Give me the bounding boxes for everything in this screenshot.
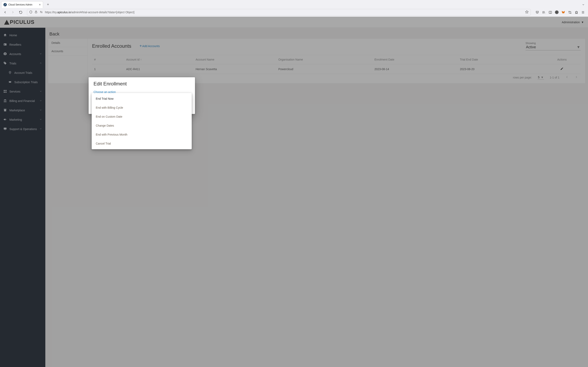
dropdown-option-end-previous-month[interactable]: End with Previous Month <box>92 130 192 139</box>
dropdown-option-change-dates[interactable]: Change Dates <box>92 121 192 130</box>
tab-title: Cloud Services Admin <box>8 3 37 6</box>
reload-button[interactable] <box>17 9 24 15</box>
url-prefix: https://try. <box>45 11 57 14</box>
action-dropdown: End Trial Now End with Billing Cycle End… <box>92 93 192 149</box>
tab-overflow-icon[interactable] <box>582 3 585 7</box>
svg-marker-5 <box>525 10 528 13</box>
extensions-puzzle-icon[interactable] <box>575 10 578 14</box>
browser-chrome: Cloud Services Admin ✕ + <box>0 0 588 17</box>
dropdown-option-end-billing-cycle[interactable]: End with Billing Cycle <box>92 103 192 112</box>
viewport: PICULUS Administration ▼ Home Resellers <box>0 17 588 367</box>
close-tab-icon[interactable]: ✕ <box>39 3 41 6</box>
url-text: https://try.apiculus.io/admin/#/trial-ac… <box>45 11 523 14</box>
forward-button[interactable] <box>10 9 16 15</box>
pocket-icon[interactable] <box>535 10 539 14</box>
svg-marker-11 <box>562 11 565 13</box>
dropdown-option-end-trial-now[interactable]: End Trial Now <box>92 94 192 103</box>
svg-rect-0 <box>35 12 37 13</box>
tab-bar: Cloud Services Admin ✕ + <box>0 0 588 8</box>
site-permissions-icon[interactable] <box>40 10 43 14</box>
app-menu-icon[interactable] <box>581 10 585 14</box>
shield-icon[interactable] <box>29 10 33 14</box>
address-bar[interactable]: https://try.apiculus.io/admin/#/trial-ac… <box>27 9 531 16</box>
browser-tab[interactable]: Cloud Services Admin ✕ <box>1 1 43 8</box>
dropdown-option-end-custom-date[interactable]: End on Custom Date <box>92 112 192 121</box>
back-button[interactable] <box>2 9 8 15</box>
browser-toolbar: https://try.apiculus.io/admin/#/trial-ac… <box>0 8 588 17</box>
modal-backdrop[interactable] <box>0 17 588 367</box>
lock-icon[interactable] <box>35 10 38 14</box>
extension-k-icon[interactable]: K <box>555 10 559 14</box>
url-suffix: /admin/#/trial-account-details?data=[obj… <box>71 11 135 14</box>
dropdown-option-cancel-trial[interactable]: Cancel Trial <box>92 139 192 148</box>
svg-point-3 <box>42 12 42 13</box>
modal-title: Edit Enrollment <box>94 81 190 87</box>
extension-metamask-icon[interactable] <box>562 10 565 14</box>
reader-view-icon[interactable] <box>548 10 552 14</box>
bookmark-icon[interactable] <box>525 10 528 14</box>
toolbar-extensions: K <box>534 10 586 14</box>
url-host: apiculus.io <box>57 11 71 14</box>
new-tab-button[interactable]: + <box>45 2 51 7</box>
library-icon[interactable] <box>542 10 545 14</box>
svg-point-1 <box>40 11 41 12</box>
svg-line-8 <box>544 11 545 13</box>
extension-crop-icon[interactable] <box>568 10 572 14</box>
tab-favicon-icon <box>3 3 7 6</box>
